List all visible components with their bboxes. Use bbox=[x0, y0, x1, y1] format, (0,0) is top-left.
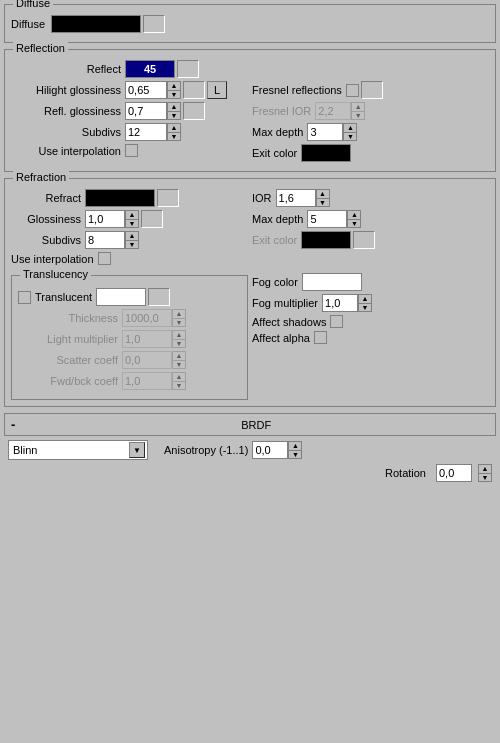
brdf-dropdown-wrapper[interactable]: Blinn ▼ bbox=[8, 440, 148, 460]
glossiness-btn[interactable] bbox=[141, 210, 163, 228]
fogmult-spinner[interactable]: ▲ ▼ bbox=[358, 294, 372, 312]
useinterp-exitcolor-row: Use interpolation Exit color bbox=[11, 144, 489, 165]
lightmult-spinner-down[interactable]: ▼ bbox=[173, 340, 185, 348]
fwdbck-spinner-up[interactable]: ▲ bbox=[173, 373, 185, 382]
L-button[interactable]: L bbox=[207, 81, 227, 99]
refr-maxdepth-spinner[interactable]: ▲ ▼ bbox=[347, 210, 361, 228]
brdf-dropdown[interactable]: Blinn ▼ bbox=[8, 440, 148, 460]
diffuse-label: Diffuse bbox=[11, 18, 45, 30]
refr-subdivs-value[interactable]: 8 bbox=[85, 231, 125, 249]
fresnel-ior-spinner-down[interactable]: ▼ bbox=[352, 112, 364, 120]
subdivs-spinner-down[interactable]: ▼ bbox=[168, 133, 180, 141]
refl-value[interactable]: 0,7 bbox=[125, 102, 167, 120]
anisotropy-value[interactable]: 0,0 bbox=[252, 441, 288, 459]
refl-spinner-up[interactable]: ▲ bbox=[168, 103, 180, 112]
thickness-value[interactable]: 1000,0 bbox=[122, 309, 172, 327]
fresnel-checkbox[interactable] bbox=[346, 84, 359, 97]
brdf-minus[interactable]: - bbox=[11, 417, 15, 432]
rotation-spinner-down[interactable]: ▼ bbox=[479, 474, 491, 482]
hilight-spinner-up[interactable]: ▲ bbox=[168, 82, 180, 91]
refl-spinner-down[interactable]: ▼ bbox=[168, 112, 180, 120]
gloss-maxdepth-row: Glossiness 1,0 ▲ ▼ Max depth 5 bbox=[11, 210, 489, 231]
fogmult-value[interactable]: 1,0 bbox=[322, 294, 358, 312]
lightmult-spinner-up[interactable]: ▲ bbox=[173, 331, 185, 340]
glossiness-value[interactable]: 1,0 bbox=[85, 210, 125, 228]
fwdbck-spinner[interactable]: ▲ ▼ bbox=[172, 372, 186, 390]
subdivs-spinner[interactable]: ▲ ▼ bbox=[167, 123, 181, 141]
refr-useinterp-checkbox[interactable] bbox=[98, 252, 111, 265]
fogmult-spinner-down[interactable]: ▼ bbox=[359, 304, 371, 312]
hilight-btn[interactable] bbox=[183, 81, 205, 99]
maxdepth-value[interactable]: 3 bbox=[307, 123, 343, 141]
fwdbck-spinner-down[interactable]: ▼ bbox=[173, 382, 185, 390]
ior-spinner-down[interactable]: ▼ bbox=[317, 199, 329, 207]
refr-maxdepth-spinner-up[interactable]: ▲ bbox=[348, 211, 360, 220]
subdivs-value[interactable]: 12 bbox=[125, 123, 167, 141]
rotation-value[interactable]: 0,0 bbox=[436, 464, 472, 482]
refr-subdivs-spinner-up[interactable]: ▲ bbox=[126, 232, 138, 241]
ior-value[interactable]: 1,6 bbox=[276, 189, 316, 207]
hilight-value[interactable]: 0,65 bbox=[125, 81, 167, 99]
ior-spinner-up[interactable]: ▲ bbox=[317, 190, 329, 199]
thickness-spinner[interactable]: ▲ ▼ bbox=[172, 309, 186, 327]
translucent-checkbox[interactable] bbox=[18, 291, 31, 304]
ior-spinner[interactable]: ▲ ▼ bbox=[316, 189, 330, 207]
refr-maxdepth-value[interactable]: 5 bbox=[307, 210, 347, 228]
anisotropy-spinner-down[interactable]: ▼ bbox=[289, 451, 301, 459]
refr-exitcolor-box[interactable] bbox=[301, 231, 351, 249]
fresnel-ior-spinner-up[interactable]: ▲ bbox=[352, 103, 364, 112]
thickness-spinner-up[interactable]: ▲ bbox=[173, 310, 185, 319]
refr-maxdepth-spinner-down[interactable]: ▼ bbox=[348, 220, 360, 228]
reflection-title: Reflection bbox=[13, 42, 68, 54]
glossiness-spinner[interactable]: ▲ ▼ bbox=[125, 210, 139, 228]
fwdbck-label: Fwd/bck coeff bbox=[18, 375, 118, 387]
fresnel-btn[interactable] bbox=[361, 81, 383, 99]
scatter-spinner-down[interactable]: ▼ bbox=[173, 361, 185, 369]
maxdepth-spinner-up[interactable]: ▲ bbox=[344, 124, 356, 133]
refr-exitcolor-btn[interactable] bbox=[353, 231, 375, 249]
refr-subdivs-spinner[interactable]: ▲ ▼ bbox=[125, 231, 139, 249]
rotation-spinner[interactable]: ▲ ▼ bbox=[478, 464, 492, 482]
fogmult-spinner-up[interactable]: ▲ bbox=[359, 295, 371, 304]
rotation-spinner-up[interactable]: ▲ bbox=[479, 465, 491, 474]
scatter-value[interactable]: 0,0 bbox=[122, 351, 172, 369]
translucent-color-box[interactable] bbox=[96, 288, 146, 306]
exitcolor-col: Exit color bbox=[252, 144, 489, 165]
dropdown-arrow-icon[interactable]: ▼ bbox=[129, 442, 145, 458]
lightmult-value[interactable]: 1,0 bbox=[122, 330, 172, 348]
fresnel-ior-value[interactable]: 2,2 bbox=[315, 102, 351, 120]
translucent-color-btn[interactable] bbox=[148, 288, 170, 306]
exitcolor-box[interactable] bbox=[301, 144, 351, 162]
useinterp-checkbox[interactable] bbox=[125, 144, 138, 157]
maxdepth-spinner[interactable]: ▲ ▼ bbox=[343, 123, 357, 141]
refr-subdivs-spinner-down[interactable]: ▼ bbox=[126, 241, 138, 249]
hilight-spinner[interactable]: ▲ ▼ bbox=[167, 81, 181, 99]
refract-color-box[interactable] bbox=[85, 189, 155, 207]
subdivs-spinner-up[interactable]: ▲ bbox=[168, 124, 180, 133]
reflect-color-btn[interactable] bbox=[177, 60, 199, 78]
refract-row: Refract bbox=[11, 189, 248, 207]
anisotropy-spinner[interactable]: ▲ ▼ bbox=[288, 441, 302, 459]
scatter-spinner[interactable]: ▲ ▼ bbox=[172, 351, 186, 369]
diffuse-color-btn[interactable] bbox=[143, 15, 165, 33]
glossiness-spinner-down[interactable]: ▼ bbox=[126, 220, 138, 228]
glossiness-spinner-up[interactable]: ▲ bbox=[126, 211, 138, 220]
fogcolor-box[interactable] bbox=[302, 273, 362, 291]
fwdbck-value[interactable]: 1,0 bbox=[122, 372, 172, 390]
maxdepth-spinner-down[interactable]: ▼ bbox=[344, 133, 356, 141]
refl-btn[interactable] bbox=[183, 102, 205, 120]
exitcolor-label: Exit color bbox=[252, 147, 297, 159]
affectshadows-checkbox[interactable] bbox=[330, 315, 343, 328]
thickness-spinner-down[interactable]: ▼ bbox=[173, 319, 185, 327]
anisotropy-spinner-up[interactable]: ▲ bbox=[289, 442, 301, 451]
refl-spinner[interactable]: ▲ ▼ bbox=[167, 102, 181, 120]
reflect-value[interactable]: 45 bbox=[125, 60, 175, 78]
diffuse-color-box[interactable] bbox=[51, 15, 141, 33]
fresnel-ior-spinner[interactable]: ▲ ▼ bbox=[351, 102, 365, 120]
refr-exitcolor-col: Exit color bbox=[252, 231, 489, 252]
hilight-spinner-down[interactable]: ▼ bbox=[168, 91, 180, 99]
lightmult-spinner[interactable]: ▲ ▼ bbox=[172, 330, 186, 348]
scatter-spinner-up[interactable]: ▲ bbox=[173, 352, 185, 361]
refract-btn[interactable] bbox=[157, 189, 179, 207]
affectalpha-checkbox[interactable] bbox=[314, 331, 327, 344]
